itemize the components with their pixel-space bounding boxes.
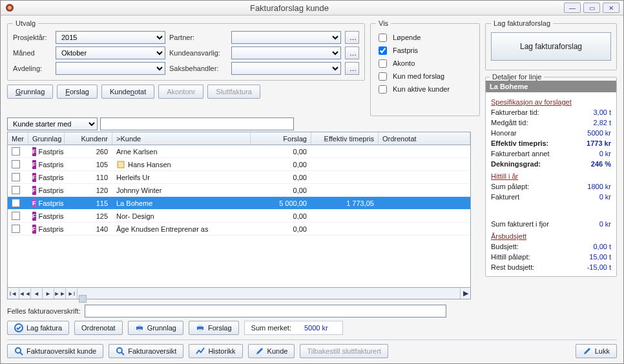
partner-select[interactable] [231, 31, 341, 44]
cell-kundenr: 120 [96, 187, 108, 194]
fakturaoversikt-kunde-button[interactable]: Fakturaoversikt kunde [7, 344, 103, 358]
cell-kundenr: 260 [96, 148, 108, 156]
vis-legend: Vis [376, 19, 391, 27]
historikk-button[interactable]: Historikk [189, 344, 242, 358]
table-row[interactable]: FFastpris105Hans Hansen0,00 [8, 158, 470, 171]
avdeling-select[interactable] [56, 62, 165, 75]
mer-checkbox[interactable] [12, 212, 20, 220]
kundeansv-more-button[interactable]: … [345, 46, 359, 59]
table-row[interactable]: FFastpris115La Boheme5 000,001 773,05 [8, 197, 470, 210]
mer-checkbox[interactable] [12, 173, 20, 181]
app-window: Fakturaforslag kunde — ▭ ✕ Utvalg Prosje… [0, 0, 624, 364]
nav-prev[interactable]: ◄ [31, 288, 43, 299]
detail-title: La Boheme [486, 81, 616, 92]
print-forslag-button[interactable]: Forslag [189, 321, 239, 335]
mer-checkbox[interactable] [12, 225, 20, 233]
chk-kun-med-forslag-box[interactable] [379, 72, 387, 81]
printer-icon [135, 323, 144, 332]
chk-akonto-box[interactable] [379, 59, 387, 68]
mer-checkbox[interactable] [12, 199, 20, 207]
window-title: Fakturaforslag kunde [15, 3, 564, 13]
vis-group: Vis Løpende Fastpris Akonto Kun med fors… [370, 19, 480, 116]
table-row[interactable]: FFastpris125Nor- Design0,00 [8, 210, 470, 223]
col-ordrenotat[interactable]: Ordrenotat [379, 132, 470, 145]
tab-akontonr: Akontonr [158, 85, 203, 99]
cell-forslag: 0,00 [293, 148, 307, 156]
cell-grunnlag: Fastpris [39, 225, 64, 233]
cell-kunde: Hans Hansen [128, 161, 171, 168]
lag-group: Lag fakturaforslag Lag fakturaforslag [485, 19, 617, 70]
nav-scroll-right[interactable]: ▶ [460, 288, 470, 299]
table-row[interactable]: FFastpris140Åge Knudsen Entreprenør as0,… [8, 223, 470, 236]
mer-checkbox[interactable] [12, 160, 20, 168]
kundeansv-select[interactable] [231, 46, 341, 59]
svg-rect-2 [118, 161, 124, 168]
fastpris-badge-icon: F [32, 160, 36, 169]
tab-grunnlag[interactable]: Grunnlag [7, 85, 53, 99]
nav-nextpage[interactable]: ►► [54, 288, 66, 299]
col-kunde[interactable]: >Kunde [112, 132, 251, 145]
col-mer[interactable]: Mer [8, 132, 28, 145]
fastpris-badge-icon: F [32, 212, 36, 221]
mer-checkbox[interactable] [12, 147, 20, 156]
lag-fakturaforslag-button[interactable]: Lag fakturaforslag [491, 32, 611, 61]
prosjektar-select[interactable]: 2015 [56, 31, 165, 44]
maaned-select[interactable]: Oktober [56, 46, 165, 59]
lag-faktura-button[interactable]: Lag faktura [7, 321, 69, 335]
chk-kun-aktive[interactable]: Kun aktive kunder [376, 83, 474, 96]
close-button[interactable]: ✕ [603, 3, 619, 13]
saksbeh-select[interactable] [231, 62, 341, 75]
svg-rect-8 [198, 325, 202, 327]
chk-kun-aktive-box[interactable] [379, 85, 387, 94]
title-bar: Fakturaforslag kunde — ▭ ✕ [1, 1, 623, 15]
mer-checkbox[interactable] [12, 186, 20, 194]
detail-row: Fakturerbar tid:3,00 t [491, 107, 611, 117]
nav-first[interactable]: I◄ [8, 288, 19, 299]
nav-last[interactable]: ►I [66, 288, 78, 299]
table-row[interactable]: FFastpris110Herleifs Ur0,00 [8, 171, 470, 184]
kunde-button[interactable]: Kunde [248, 344, 295, 358]
nav-next[interactable]: ► [43, 288, 54, 299]
chk-lopende[interactable]: Løpende [376, 31, 474, 44]
fastpris-badge-icon: F [32, 186, 36, 195]
fastpris-badge-icon: F [32, 147, 36, 156]
cell-kundenr: 115 [96, 199, 108, 207]
tab-sluttfaktura: Sluttfaktura [207, 85, 260, 99]
utvalg-legend: Utvalg [13, 19, 38, 27]
chk-fastpris-box[interactable] [379, 46, 387, 55]
table-row[interactable]: FFastpris120Johnny Winter0,00 [8, 184, 470, 197]
fakturaoversikt-button[interactable]: Fakturaoversikt [109, 344, 183, 358]
col-forslag[interactable]: Forslag [251, 132, 311, 145]
svg-point-12 [117, 348, 122, 353]
tab-forslag[interactable]: Forslag [57, 85, 98, 99]
col-grunnlag[interactable]: Grunnlag [28, 132, 65, 145]
svg-rect-6 [138, 329, 141, 331]
nav-prevpage[interactable]: ◄◄ [19, 288, 31, 299]
col-kundenr[interactable]: Kundenr [65, 132, 112, 145]
col-eff[interactable]: Effektiv timepris [311, 132, 379, 145]
saksbeh-more-button[interactable]: … [345, 62, 359, 75]
search-input[interactable] [100, 117, 294, 130]
fastpris-badge-icon: F [32, 225, 36, 234]
chk-fastpris[interactable]: Fastpris [376, 44, 474, 57]
tab-kundenotat[interactable]: Kundenotat [101, 85, 154, 99]
search-mode-select[interactable]: Kunde starter med [7, 117, 98, 130]
ordrenotat-button[interactable]: Ordrenotat [74, 321, 123, 335]
utvalg-group: Utvalg Prosjektår: 2015 Partner: … Måned… [7, 19, 365, 81]
sum-merket: Sum merket: 5000 kr [244, 321, 343, 335]
svg-rect-5 [138, 325, 141, 327]
table-row[interactable]: FFastpris260Arne Karlsen0,00 [8, 145, 470, 158]
minimize-button[interactable]: — [564, 3, 581, 13]
svg-point-1 [8, 6, 12, 10]
svg-line-13 [121, 352, 124, 355]
chk-akonto[interactable]: Akonto [376, 57, 474, 70]
chk-kun-med-forslag[interactable]: Kun med forslag [376, 70, 474, 83]
partner-more-button[interactable]: … [345, 31, 359, 44]
felles-input[interactable] [85, 305, 446, 318]
kundeansv-label: Kundeansvarlig: [169, 49, 227, 57]
print-grunnlag-button[interactable]: Grunnlag [128, 321, 183, 335]
maximize-button[interactable]: ▭ [583, 3, 600, 13]
lukk-button[interactable]: Lukk [576, 344, 617, 358]
app-icon [5, 3, 15, 13]
chk-lopende-box[interactable] [379, 34, 387, 42]
